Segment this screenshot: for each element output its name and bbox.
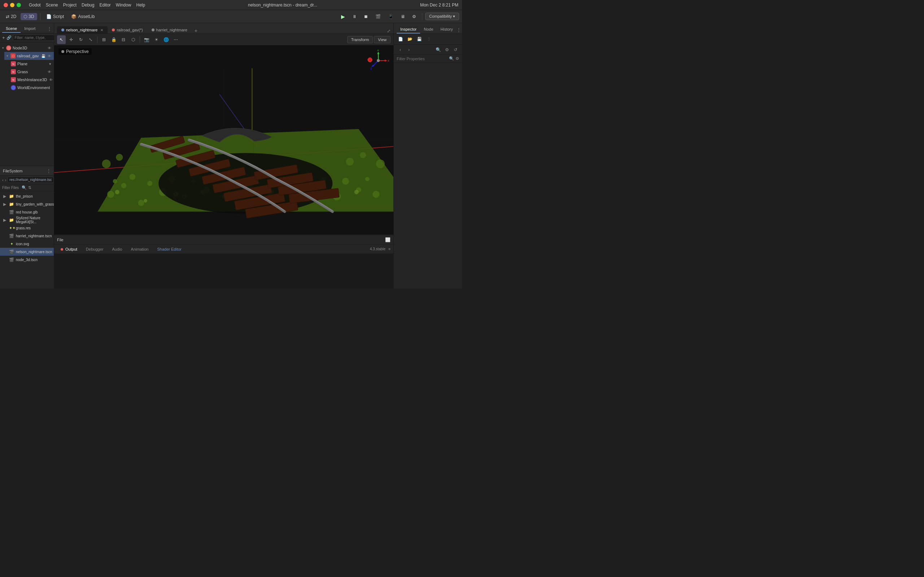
close-icon[interactable]: ✕	[100, 28, 103, 32]
fs-item-grass-res[interactable]: ✦✦ grass.res	[0, 224, 54, 232]
grid-button[interactable]: ⊟	[119, 35, 128, 44]
filesystem-menu-icon[interactable]: ⋮	[47, 168, 51, 174]
play-button[interactable]: ▶	[338, 13, 348, 21]
perspective-label[interactable]: Perspective	[58, 48, 92, 55]
visibility-icon[interactable]: 👁	[47, 46, 52, 50]
remote-debug-button[interactable]: 📱	[385, 13, 396, 20]
filter-properties-input[interactable]	[397, 56, 447, 61]
environment-button[interactable]: 🌐	[162, 35, 170, 44]
tree-item-grass[interactable]: N Grass 👁	[9, 68, 54, 76]
tab-shader-editor[interactable]: Shader Editor	[153, 246, 185, 252]
camera-button[interactable]: 📷	[142, 35, 151, 44]
fs-item-the-prison[interactable]: ▶ 📁 the_prison	[0, 192, 54, 200]
search-icon[interactable]: 🔍	[435, 46, 442, 53]
transform-mode-button[interactable]: Transform	[347, 36, 373, 43]
fs-item-nelson[interactable]: 🎬 nelson_nightmare.tscn	[0, 248, 54, 256]
fs-item-harriet[interactable]: 🎬 harriet_nightmare.tscn	[0, 232, 54, 240]
render-button[interactable]: ⋯	[171, 35, 180, 44]
menu-godot[interactable]: Godot	[29, 3, 41, 8]
copy-icon[interactable]: ⬜	[385, 237, 391, 242]
select-tool-button[interactable]: ↖	[57, 35, 66, 44]
nav-back-icon[interactable]: ‹	[397, 46, 404, 53]
filter-options-icon[interactable]: ⚙	[456, 56, 459, 61]
new-script-icon[interactable]: 📄	[397, 35, 405, 43]
gizmo[interactable]: Y X Z	[367, 50, 389, 71]
compatibility-button[interactable]: Compatibility ▾	[425, 13, 459, 20]
rotate-tool-button[interactable]: ↻	[76, 35, 85, 44]
tab-import[interactable]: Import	[21, 25, 39, 33]
chevron-down-icon[interactable]: ▾	[49, 61, 52, 67]
minimize-button[interactable]	[10, 3, 15, 7]
mode-3d-button[interactable]: ⬡ 3D	[21, 13, 37, 20]
visibility-icon[interactable]: 👁	[47, 54, 52, 58]
link-icon[interactable]: 🔗	[6, 35, 11, 40]
mode-script-button[interactable]: 📄 Script	[43, 13, 67, 20]
tab-scene[interactable]: Scene	[2, 25, 21, 33]
menu-scene[interactable]: Scene	[46, 3, 58, 8]
visibility-icon[interactable]: 👁	[47, 69, 52, 74]
mode-2d-button[interactable]: ⇄ 2D	[3, 13, 19, 20]
stop-button[interactable]: ⏹	[361, 13, 371, 20]
movie-button[interactable]: 🎬	[373, 13, 384, 20]
tree-item-worldenv[interactable]: 🌐 WorldEnvironment	[9, 84, 54, 92]
transform-local-button[interactable]: ⬡	[129, 35, 137, 44]
viewport-3d[interactable]: Perspective	[54, 45, 393, 234]
view-mode-button[interactable]: View	[374, 36, 391, 43]
tab-railroad-gav[interactable]: railroad_gav(*)	[108, 26, 147, 34]
tab-audio[interactable]: Audio	[108, 246, 126, 252]
forward-icon[interactable]: ›	[5, 178, 6, 182]
scene-menu-icon[interactable]: ⋮	[47, 26, 52, 31]
filter-search-icon[interactable]: 🔍	[22, 185, 27, 190]
filter-search-icon[interactable]: 🔍	[449, 56, 454, 61]
fs-item-node3d-scene[interactable]: 🎬 node_3d.tscn	[0, 256, 54, 264]
menu-editor[interactable]: Editor	[99, 3, 110, 8]
back-icon[interactable]: ‹	[2, 178, 3, 182]
fs-label-tiny-garden: tiny_garden_with_grass_a...	[16, 202, 54, 206]
snap-button[interactable]: 🔒	[109, 35, 118, 44]
add-node-icon[interactable]: +	[2, 35, 5, 40]
inspector-more-icon[interactable]: ⋮	[425, 35, 433, 43]
tree-item-meshinstance[interactable]: N MeshInstance3D 👁	[9, 76, 54, 84]
fs-item-tiny-garden[interactable]: ▶ 📁 tiny_garden_with_grass_a...	[0, 200, 54, 208]
mode-assetlib-button[interactable]: 📦 AssetLib	[68, 13, 97, 20]
visibility-icon[interactable]: 👁	[49, 77, 53, 82]
tab-nelson-nightmare[interactable]: nelson_nightmare ✕	[57, 26, 108, 34]
fs-item-stylized[interactable]: ▶ 📁 Stylized Nature MegaKit[St...	[0, 216, 54, 224]
inspector-menu-icon[interactable]: ⋮	[457, 27, 461, 32]
nav-forward-icon[interactable]: ›	[405, 46, 412, 53]
menu-project[interactable]: Project	[63, 3, 76, 8]
inspector-search-icon[interactable]: ⚙	[443, 46, 451, 53]
pause-button[interactable]: ⏸	[349, 13, 360, 20]
tab-node[interactable]: Node	[420, 26, 437, 34]
fs-item-icon-svg[interactable]: ✦ icon.svg	[0, 240, 54, 248]
filter-sort-icon[interactable]: ⇅	[28, 185, 31, 190]
remote-scene-button[interactable]: 🖥	[398, 13, 408, 20]
fs-item-red-house[interactable]: 🎬 red house.glb	[0, 208, 54, 216]
maximize-icon[interactable]: ⤢	[387, 29, 391, 34]
align-button[interactable]: ⊞	[100, 35, 108, 44]
tab-harriet[interactable]: harriet_nightmare	[147, 26, 192, 34]
close-button[interactable]	[3, 3, 8, 7]
save-scene-icon[interactable]: 💾	[41, 54, 46, 58]
tab-inspector[interactable]: Inspector	[397, 26, 420, 34]
tab-history[interactable]: History	[437, 26, 457, 34]
menu-window[interactable]: Window	[116, 3, 131, 8]
tab-debugger[interactable]: Debugger	[82, 246, 107, 252]
tab-output[interactable]: Output	[57, 246, 81, 252]
open-icon[interactable]: 📂	[406, 35, 414, 43]
menu-help[interactable]: Help	[136, 3, 145, 8]
refresh-icon[interactable]: ↺	[452, 46, 459, 53]
menu-debug[interactable]: Debug	[82, 3, 94, 8]
save-icon[interactable]: 💾	[415, 35, 423, 43]
tree-item-node3d[interactable]: ▾ ⬡ Node3D 👁	[0, 44, 54, 52]
sun-button[interactable]: ☀	[152, 35, 161, 44]
tree-item-railroad-gav[interactable]: ▾ ⬡ railroad_gav 💾 👁	[4, 52, 54, 60]
settings-icon[interactable]: ≡	[388, 247, 391, 251]
tab-animation[interactable]: Animation	[128, 246, 152, 252]
maximize-button[interactable]	[16, 3, 21, 7]
scale-tool-button[interactable]: ⤡	[86, 35, 95, 44]
add-tab-icon[interactable]: +	[195, 28, 197, 34]
move-tool-button[interactable]: ✛	[67, 35, 76, 44]
settings-button[interactable]: ⚙	[409, 13, 419, 20]
tree-item-plane[interactable]: N Plane ▾	[9, 60, 54, 68]
